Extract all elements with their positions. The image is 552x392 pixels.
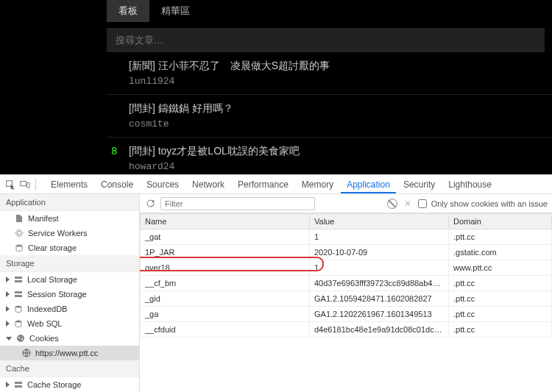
- sidebar-item-manifest[interactable]: Manifest: [0, 211, 139, 226]
- devtools-tab-application[interactable]: Application: [341, 175, 396, 193]
- sidebar-cookie-origin[interactable]: https://www.ptt.cc: [0, 346, 139, 360]
- col-value[interactable]: Value: [310, 214, 449, 229]
- svg-point-10: [15, 320, 21, 322]
- post-author: howard24: [129, 161, 545, 172]
- label: IndexedDB: [27, 304, 67, 313]
- label: Cookies: [29, 334, 59, 343]
- post-item[interactable]: [新聞] 汪小菲不忍了 凌晨做大S超討厭的事 lunli924: [107, 52, 545, 94]
- cookie-name: _ga: [141, 307, 310, 322]
- devtools-tab-security[interactable]: Security: [397, 175, 441, 193]
- label: Manifest: [28, 214, 59, 223]
- cookie-value: 1: [310, 260, 449, 276]
- post-item[interactable]: 8 [問卦] toyz才是被LOL耽誤的美食家吧 howard24: [107, 138, 545, 174]
- svg-rect-5: [15, 277, 22, 279]
- cookie-domain: .gstatic.com: [449, 245, 552, 260]
- devtools-tab-performance[interactable]: Performance: [232, 175, 294, 193]
- application-sidebar: Application Manifest Service Workers Cle…: [0, 194, 140, 392]
- post-item[interactable]: [問卦] 鑄鐵鍋 好用嗎？ cosmite: [107, 95, 545, 137]
- tab-board[interactable]: 看板: [107, 0, 149, 22]
- inspect-icon[interactable]: [4, 179, 16, 190]
- search-input[interactable]: [107, 28, 545, 52]
- ptt-tabs: 看板 精華區: [107, 0, 545, 22]
- cookie-name: __cf_bm: [141, 276, 310, 291]
- table-row[interactable]: _ga GA1.2.1202261967.1601349513 .ptt.cc: [141, 307, 552, 322]
- sidebar-item-clear-storage[interactable]: Clear storage: [0, 240, 139, 255]
- post-title: [新聞] 汪小菲不忍了 凌晨做大S超討厭的事: [129, 60, 545, 73]
- cookie-name: __cfduid: [141, 322, 310, 338]
- file-icon: [15, 214, 24, 223]
- svg-point-11: [17, 335, 24, 342]
- post-list: [新聞] 汪小菲不忍了 凌晨做大S超討厭的事 lunli924 [問卦] 鑄鐵鍋…: [107, 52, 545, 174]
- gear-icon: [15, 229, 24, 238]
- cookies-table: Name Value Domain _gat 1 .ptt.cc 1P_JAR: [140, 213, 552, 338]
- cookie-domain: .ptt.cc: [449, 291, 552, 307]
- devtools-tab-network[interactable]: Network: [186, 175, 230, 193]
- devtools-tab-console[interactable]: Console: [95, 175, 139, 193]
- svg-rect-7: [15, 291, 22, 293]
- devtools-panel: Elements Console Sources Network Perform…: [0, 174, 552, 392]
- cookies-toolbar: ✕ Only show cookies with an issue: [140, 194, 552, 213]
- only-issues-checkbox[interactable]: [418, 199, 427, 208]
- refresh-icon[interactable]: [144, 198, 156, 210]
- sidebar-item-cookies[interactable]: Cookies: [0, 331, 139, 346]
- cookie-value: GA1.2.1202261967.1601349513: [310, 307, 449, 322]
- database-icon: [15, 243, 24, 252]
- cookie-name: _gid: [141, 291, 310, 307]
- sidebar-group-cache: Cache: [0, 360, 139, 377]
- sidebar-item-service-workers[interactable]: Service Workers: [0, 226, 139, 240]
- col-name[interactable]: Name: [141, 214, 310, 229]
- sidebar-group-application: Application: [0, 194, 139, 211]
- devtools-tab-elements[interactable]: Elements: [45, 175, 93, 193]
- svg-rect-2: [27, 182, 30, 188]
- table-header-row: Name Value Domain: [141, 214, 552, 229]
- svg-point-3: [17, 231, 21, 235]
- post-score: 8: [111, 145, 117, 157]
- cookie-icon: [16, 334, 25, 343]
- clear-icon[interactable]: [387, 199, 397, 209]
- only-issues-label: Only show cookies with an issue: [431, 199, 548, 208]
- post-title: [問卦] toyz才是被LOL耽誤的美食家吧: [129, 145, 545, 158]
- sidebar-item-cache-storage[interactable]: Cache Storage: [0, 377, 139, 392]
- devtools-top-tabs: Elements Console Sources Network Perform…: [0, 175, 552, 194]
- svg-rect-1: [21, 181, 26, 185]
- table-row-highlighted[interactable]: over18 1 www.ptt.cc: [141, 260, 552, 276]
- label: Cache Storage: [27, 380, 81, 389]
- cookie-domain: .ptt.cc: [449, 276, 552, 291]
- cookie-name: _gat: [141, 229, 310, 245]
- device-toggle-icon[interactable]: [19, 179, 31, 190]
- sidebar-item-session-storage[interactable]: Session Storage: [0, 287, 139, 302]
- post-title: [問卦] 鑄鐵鍋 好用嗎？: [129, 102, 545, 115]
- table-row[interactable]: 1P_JAR 2020-10-07-09 .gstatic.com: [141, 245, 552, 260]
- globe-icon: [22, 349, 31, 357]
- chevron-right-icon: [6, 291, 10, 297]
- filter-input[interactable]: [160, 197, 315, 210]
- col-domain[interactable]: Domain: [449, 214, 552, 229]
- storage-icon: [14, 275, 23, 284]
- post-author: cosmite: [129, 118, 545, 129]
- table-row[interactable]: _gat 1 .ptt.cc: [141, 229, 552, 245]
- label: Service Workers: [28, 229, 87, 238]
- svg-rect-8: [15, 295, 22, 297]
- ptt-page: 看板 精華區 [新聞] 汪小菲不忍了 凌晨做大S超討厭的事 lunli924 […: [0, 0, 552, 174]
- sidebar-item-web-sql[interactable]: Web SQL: [0, 316, 139, 331]
- cookie-value: 2020-10-07-09: [310, 245, 449, 260]
- table-row[interactable]: __cf_bm 40d37e6963fff39723cc89d88ab46252…: [141, 276, 552, 291]
- table-row[interactable]: _gid GA1.2.1059428471.1602082827 .ptt.cc: [141, 291, 552, 307]
- svg-point-12: [18, 337, 20, 338]
- cookie-value: GA1.2.1059428471.1602082827: [310, 291, 449, 307]
- tab-digest[interactable]: 精華區: [149, 0, 202, 22]
- post-author: lunli924: [129, 76, 545, 87]
- chevron-right-icon: [6, 382, 10, 388]
- devtools-tab-sources[interactable]: Sources: [141, 175, 185, 193]
- chevron-right-icon: [6, 277, 10, 282]
- sidebar-item-indexeddb[interactable]: IndexedDB: [0, 302, 139, 316]
- delete-icon[interactable]: ✕: [402, 198, 414, 210]
- cookie-domain: .ptt.cc: [449, 229, 552, 245]
- devtools-tab-memory[interactable]: Memory: [296, 175, 339, 193]
- label: Session Storage: [27, 290, 87, 299]
- svg-rect-16: [15, 385, 22, 388]
- table-row[interactable]: __cfduid d4e6181bc48e1e9a91dc08c01dc9de9…: [141, 322, 552, 338]
- devtools-tab-lighthouse[interactable]: Lighthouse: [442, 175, 498, 193]
- sidebar-item-local-storage[interactable]: Local Storage: [0, 272, 139, 287]
- svg-point-4: [16, 244, 22, 246]
